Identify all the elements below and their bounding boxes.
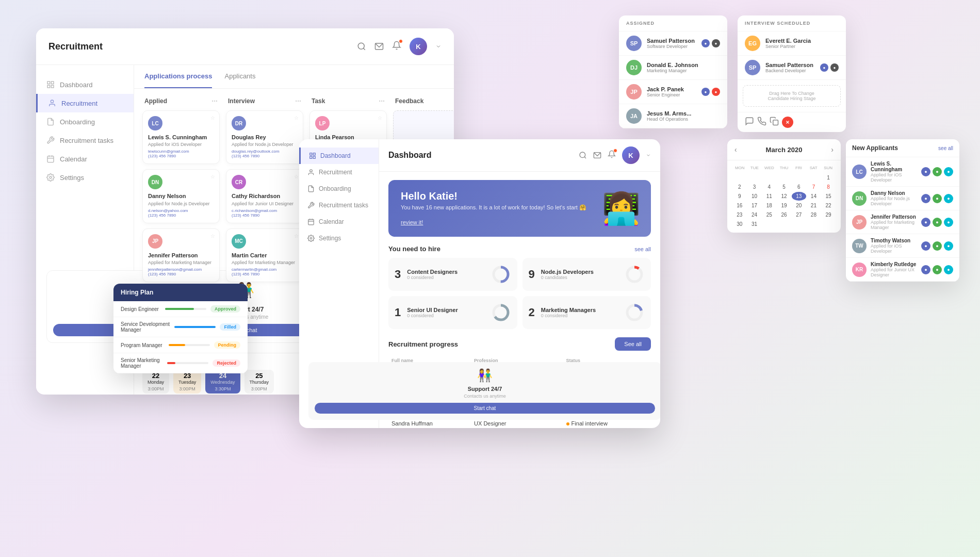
cal-date-cell[interactable]: 7 — [807, 183, 821, 191]
action-btn-check[interactable]: ● — [933, 241, 942, 251]
action-btn-call[interactable]: ● — [944, 218, 953, 227]
cal-date-cell[interactable]: 3 — [747, 183, 762, 191]
sidebar-item-recruitment-tasks[interactable]: Recruitment tasks — [36, 131, 134, 150]
sidebar-item-recruitment[interactable]: Recruitment — [36, 94, 134, 112]
sidebar-item-settings[interactable]: Settings — [36, 168, 134, 187]
cal-date-cell[interactable]: 2 — [732, 183, 747, 191]
cal-date-cell[interactable]: 18 — [762, 201, 776, 210]
cal-date-cell[interactable]: 28 — [807, 210, 821, 219]
sidebar-item-calendar[interactable]: Calendar — [36, 150, 134, 168]
action-btn-check[interactable]: ● — [933, 167, 942, 176]
dash-chevron-icon[interactable] — [646, 153, 651, 158]
message-icon[interactable] — [745, 117, 754, 126]
star-icon[interactable]: ☆ — [294, 174, 299, 179]
star-icon[interactable]: ☆ — [294, 115, 299, 121]
cal-date-cell[interactable]: 6 — [792, 183, 806, 191]
cal-date-cell[interactable]: 25 — [762, 210, 776, 219]
cal-date-cell[interactable]: 16 — [732, 201, 747, 210]
cal-date-cell[interactable]: 11 — [762, 192, 776, 201]
cal-date-cell[interactable]: 9 — [732, 192, 747, 201]
star-icon[interactable]: ☆ — [210, 233, 215, 239]
dash-notification-bell[interactable] — [608, 150, 616, 160]
action-btn-check[interactable]: ● — [933, 218, 942, 227]
hire-see-all[interactable]: see all — [634, 246, 651, 252]
user-avatar[interactable]: K — [410, 38, 427, 55]
cal-prev-button[interactable]: ‹ — [734, 145, 737, 154]
card-douglas[interactable]: DR Douglas Rey Applied for Node.js Devel… — [226, 110, 303, 164]
panel-action-icon[interactable]: ● — [820, 63, 828, 72]
action-btn-check[interactable]: ● — [933, 265, 942, 274]
card-jennifer[interactable]: JP Jennifer Patterson Applied for Market… — [142, 228, 220, 282]
panel-action-icon[interactable]: ● — [830, 63, 839, 72]
dash-sidebar-onboarding[interactable]: Onboarding — [299, 181, 379, 197]
cal-date-cell[interactable]: 8 — [821, 183, 836, 191]
panel-action-icon[interactable]: ● — [701, 88, 710, 96]
sidebar-item-dashboard[interactable]: Dashboard — [36, 75, 134, 94]
cal-date-cell[interactable]: 22 — [821, 201, 836, 210]
action-btn-msg[interactable]: ● — [921, 167, 930, 176]
cal-date-cell[interactable]: 15 — [821, 192, 836, 201]
card-cathy[interactable]: CR Cathy Richardson Applied for Junior U… — [226, 169, 303, 223]
search-icon[interactable] — [357, 42, 366, 51]
action-btn-call[interactable]: ● — [944, 241, 953, 251]
cal-next-button[interactable]: › — [831, 145, 834, 154]
recruit-see-all-button[interactable]: See all — [615, 337, 651, 351]
sidebar-item-onboarding[interactable]: Onboarding — [36, 112, 134, 131]
action-btn-msg[interactable]: ● — [921, 194, 930, 203]
col-menu-applied[interactable]: ··· — [211, 97, 218, 105]
notification-bell[interactable] — [392, 41, 401, 52]
cal-date-cell[interactable]: 30 — [732, 220, 747, 228]
star-icon[interactable]: ☆ — [294, 233, 299, 239]
dash-sidebar-calendar[interactable]: Calendar — [299, 214, 379, 230]
cal-date-cell[interactable]: 26 — [777, 210, 791, 219]
card-danny[interactable]: DN Danny Nelson Applied for Node.js Deve… — [142, 169, 220, 223]
dash-sidebar-settings[interactable]: Settings — [299, 230, 379, 247]
tab-applicants[interactable]: Applicants — [224, 65, 255, 88]
dash-mail-icon[interactable] — [593, 151, 601, 159]
action-btn-check[interactable]: ● — [933, 194, 942, 203]
cal-date-cell[interactable]: 10 — [747, 192, 762, 201]
dash-start-chat-button[interactable]: Start chat — [315, 403, 655, 414]
panel-action-icon[interactable]: ● — [712, 88, 720, 96]
star-icon[interactable]: ☆ — [378, 115, 382, 121]
col-menu-task[interactable]: ··· — [379, 97, 385, 105]
card-lewis[interactable]: LC Lewis S. Cunningham Applied for iOS D… — [142, 110, 220, 164]
dash-user-avatar[interactable]: K — [622, 146, 640, 164]
action-btn-msg[interactable]: ● — [921, 241, 930, 251]
new-applicants-see-all[interactable]: see all — [938, 145, 953, 151]
cal-date-cell[interactable]: 14 — [807, 192, 821, 201]
dash-search-icon[interactable] — [579, 151, 587, 159]
dash-sidebar-recruitment-tasks[interactable]: Recruitment tasks — [299, 197, 379, 214]
col-menu-interview[interactable]: ··· — [295, 97, 301, 105]
schedule-day-25[interactable]: 25 Thursday 3:00PM — [244, 370, 274, 394]
cal-date-cell[interactable]: 13 — [792, 192, 806, 201]
dash-sidebar-dashboard[interactable]: Dashboard — [299, 148, 379, 164]
cal-date-cell[interactable]: 27 — [792, 210, 806, 219]
cal-date-cell[interactable]: 21 — [807, 201, 821, 210]
action-btn-msg[interactable]: ● — [921, 218, 930, 227]
hello-review-link[interactable]: review it! — [401, 219, 423, 225]
action-btn-call[interactable]: ● — [944, 167, 953, 176]
cal-date-cell[interactable]: 5 — [777, 183, 791, 191]
cal-date-cell[interactable]: 4 — [762, 183, 776, 191]
panel-action-icon[interactable]: ● — [701, 39, 710, 47]
star-icon[interactable]: ☆ — [210, 115, 215, 121]
cal-date-cell[interactable]: 12 — [777, 192, 791, 201]
mail-icon[interactable] — [374, 42, 384, 51]
phone-icon[interactable] — [757, 117, 766, 126]
tab-applications-process[interactable]: Applications process — [144, 65, 212, 88]
dash-sidebar-recruitment[interactable]: Recruitment — [299, 164, 379, 181]
action-btn-call[interactable]: ● — [944, 265, 953, 274]
copy-icon[interactable] — [770, 117, 779, 126]
cal-date-cell[interactable]: 23 — [732, 210, 747, 219]
star-icon[interactable]: ☆ — [210, 174, 215, 179]
cal-date-cell[interactable]: 20 — [792, 201, 806, 210]
action-btn-msg[interactable]: ● — [921, 265, 930, 274]
reject-icon[interactable] — [782, 117, 793, 128]
cal-date-cell[interactable]: 19 — [777, 201, 791, 210]
panel-action-icon[interactable]: ● — [712, 39, 720, 47]
card-martin[interactable]: MC Martin Carter Applied for Marketing M… — [226, 228, 303, 282]
action-btn-call[interactable]: ● — [944, 194, 953, 203]
cal-date-cell[interactable]: 31 — [747, 220, 762, 228]
cal-date-cell[interactable]: 24 — [747, 210, 762, 219]
